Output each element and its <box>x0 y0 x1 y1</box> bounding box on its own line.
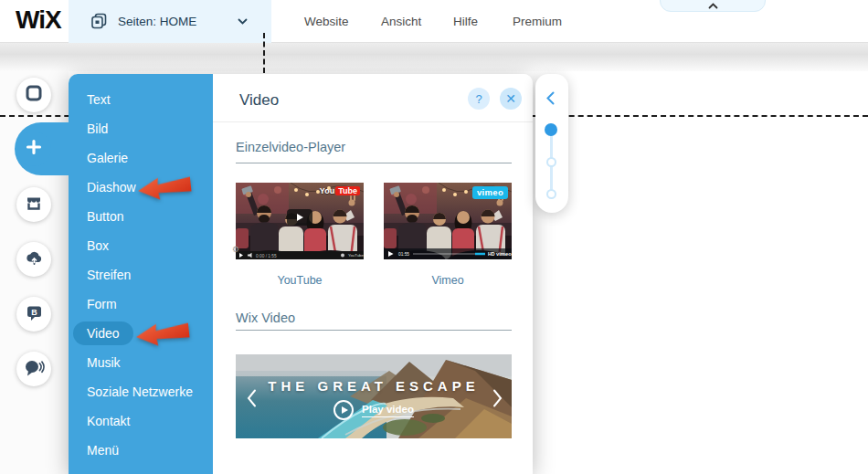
menu-hilfe[interactable]: Hilfe <box>453 15 478 28</box>
section-heading-single-player: Einzelvideo-Player <box>236 140 345 154</box>
add-menu: Text Bild Galerie Diashow Button Box Str… <box>69 74 213 474</box>
add-menu-item-streifen[interactable]: Streifen <box>69 260 213 290</box>
svg-text:01:55: 01:55 <box>398 252 409 257</box>
vimeo-player-option[interactable]: vimeo 01:55 HD vimeo <box>384 183 512 259</box>
add-menu-item-form[interactable]: Form <box>69 290 213 319</box>
svg-text:YouTube: YouTube <box>348 253 364 258</box>
add-menu-item-kontakt[interactable]: Kontakt <box>69 406 213 436</box>
add-menu-item-button[interactable]: Button <box>69 202 213 231</box>
youtube-label: YouTube <box>236 274 364 287</box>
upload-tool-button[interactable] <box>16 242 51 277</box>
menu-ansicht[interactable]: Ansicht <box>381 15 421 28</box>
add-menu-item-galerie[interactable]: Galerie <box>69 143 213 173</box>
section-rule <box>236 330 512 331</box>
banner-next-button[interactable] <box>492 389 503 407</box>
menu-premium[interactable]: Premium <box>513 15 562 28</box>
play-video-control[interactable]: Play video <box>236 400 512 420</box>
zoom-slider-stop-2[interactable] <box>546 189 556 199</box>
youtube-player-option[interactable]: YouTube 0:00 / 1:55 YouTube ⚙ <box>236 183 364 259</box>
banner-prev-button[interactable] <box>247 389 257 407</box>
background-icon <box>25 84 43 106</box>
svg-text:0:00 / 1:55: 0:00 / 1:55 <box>256 254 277 258</box>
settings-gear-icon: ⚙ <box>232 245 239 254</box>
chevron-up-icon <box>708 3 718 9</box>
add-menu-item-bild[interactable]: Bild <box>69 114 213 143</box>
close-button[interactable]: ✕ <box>500 88 522 110</box>
add-menu-item-menue[interactable]: Menü <box>69 436 213 465</box>
youtube-control-bar: 0:00 / 1:55 YouTube <box>236 251 364 259</box>
expand-panel-button[interactable] <box>545 91 556 105</box>
chat-bubble-icon <box>24 358 45 381</box>
vimeo-control-bar: 01:55 HD vimeo <box>384 248 512 259</box>
cloud-upload-icon <box>25 248 44 270</box>
svg-text:B: B <box>31 307 37 316</box>
store-icon <box>25 194 43 216</box>
blog-tool-button[interactable]: B <box>16 297 51 332</box>
banner-photo <box>236 354 512 438</box>
play-circle-icon <box>333 400 354 420</box>
svg-text:HD: HD <box>488 251 495 257</box>
add-element-popup: Text Bild Galerie Diashow Button Box Str… <box>69 74 533 474</box>
vimeo-label: Vimeo <box>384 274 512 287</box>
add-menu-item-soziale-netzwerke[interactable]: Soziale Netzwerke <box>69 377 213 406</box>
wix-video-banner[interactable]: THE GREAT ESCAPE Play video <box>236 354 512 438</box>
menu-website[interactable]: Website <box>304 15 349 28</box>
zoom-slider-handle[interactable] <box>545 123 557 136</box>
add-element-button[interactable] <box>16 132 51 166</box>
header-divider <box>213 121 533 122</box>
banner-title: THE GREAT ESCAPE <box>236 378 512 394</box>
chevron-down-icon <box>238 18 248 26</box>
section-rule <box>236 163 512 163</box>
panel-title: Video <box>239 91 279 110</box>
vimeo-logo: vimeo <box>472 186 508 199</box>
help-button[interactable]: ? <box>468 88 490 110</box>
play-button-icon <box>287 209 312 226</box>
youtube-logo: YouTube <box>320 186 360 195</box>
wix-logo: WiX <box>16 5 61 35</box>
feedback-tool-button[interactable] <box>16 352 51 386</box>
background-tool-button[interactable] <box>16 78 51 112</box>
topbar-shadow-band <box>0 43 868 71</box>
wix-editor: WiX Seiten: HOME Website Ansicht Hilfe P… <box>0 0 868 474</box>
section-heading-wix-video: Wix Video <box>236 311 295 325</box>
pages-label: Seiten: HOME <box>118 15 196 28</box>
zoom-mini-panel <box>535 74 568 213</box>
svg-text:vimeo: vimeo <box>496 251 512 257</box>
add-menu-item-box[interactable]: Box <box>69 231 213 260</box>
stacked-pages-icon <box>90 13 108 30</box>
collapse-topbar-tab[interactable] <box>660 0 766 12</box>
plus-icon <box>25 138 43 160</box>
vertical-guide-line <box>263 33 265 73</box>
pages-dropdown-button[interactable]: Seiten: HOME <box>69 0 271 43</box>
zoom-slider-stop-1[interactable] <box>546 157 556 167</box>
add-menu-item-musik[interactable]: Musik <box>69 348 213 377</box>
blog-bubble-icon: B <box>25 303 44 326</box>
play-video-label: Play video <box>362 404 414 417</box>
video-panel: Video ? ✕ Einzelvideo-Player YouTube 0:0… <box>213 74 533 474</box>
store-tool-button[interactable] <box>16 187 51 222</box>
add-menu-item-text[interactable]: Text <box>69 85 213 114</box>
